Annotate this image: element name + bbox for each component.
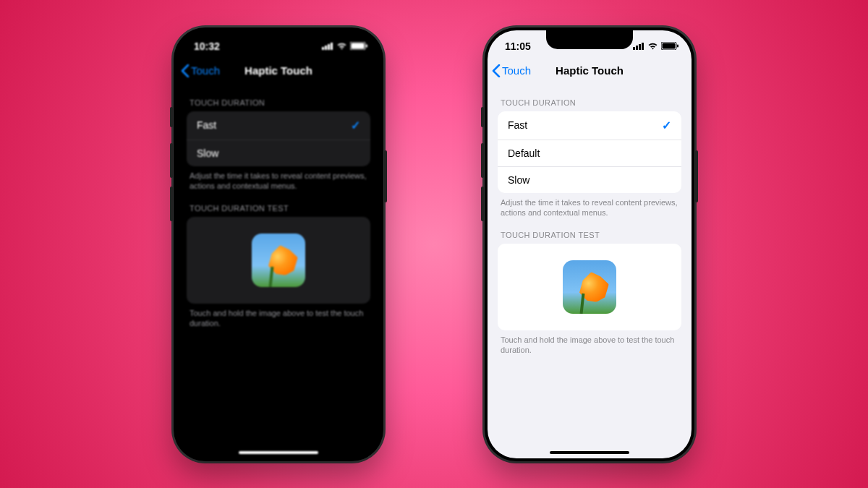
svg-rect-1	[325, 46, 327, 50]
page-title: Haptic Touch	[488, 64, 692, 77]
test-image-flower[interactable]	[252, 234, 305, 287]
svg-rect-9	[639, 44, 641, 50]
battery-icon	[661, 42, 678, 50]
option-label: Slow	[197, 147, 218, 159]
phone-right: 11:05 To	[485, 27, 694, 461]
test-image-flower[interactable]	[563, 260, 616, 314]
svg-rect-12	[663, 43, 676, 49]
option-slow[interactable]: Slow	[187, 140, 370, 166]
option-label: Fast	[197, 119, 216, 131]
wifi-icon	[647, 42, 658, 50]
section-header-duration: TOUCH DURATION	[498, 85, 681, 111]
status-time: 11:05	[505, 40, 531, 52]
option-slow[interactable]: Slow	[498, 166, 681, 193]
screen-right: 11:05 To	[488, 30, 692, 458]
wifi-icon	[336, 42, 347, 50]
svg-rect-7	[633, 47, 635, 50]
status-bar: 10:32	[176, 30, 380, 56]
nav-bar: Touch Haptic Touch	[176, 56, 380, 85]
battery-icon	[350, 42, 367, 50]
cellular-icon	[322, 43, 333, 50]
page-title: Haptic Touch	[176, 64, 380, 77]
section-footer-test: Touch and hold the image above to test t…	[187, 304, 370, 329]
section-header-duration: TOUCH DURATION	[187, 85, 370, 111]
option-label: Fast	[508, 119, 527, 131]
checkmark-icon: ✓	[351, 119, 360, 132]
section-header-test: TOUCH DURATION TEST	[498, 218, 681, 244]
svg-rect-13	[677, 45, 678, 48]
svg-rect-5	[352, 43, 365, 49]
phone-left: 10:32 To	[174, 27, 383, 461]
section-footer-duration: Adjust the time it takes to reveal conte…	[498, 193, 681, 218]
section-header-test: TOUCH DURATION TEST	[187, 191, 370, 217]
duration-options-group: Fast ✓ Slow	[187, 111, 370, 166]
status-bar: 11:05	[488, 30, 692, 56]
option-default[interactable]: Default	[498, 140, 681, 166]
touch-test-area[interactable]	[187, 217, 370, 304]
status-time: 10:32	[194, 40, 220, 52]
svg-rect-3	[331, 43, 333, 50]
option-label: Default	[508, 147, 540, 159]
comparison-stage: 10:32 To	[0, 0, 868, 488]
svg-rect-6	[366, 45, 367, 48]
option-fast[interactable]: Fast ✓	[187, 111, 370, 140]
svg-rect-10	[642, 43, 644, 50]
option-fast[interactable]: Fast ✓	[498, 111, 681, 140]
svg-rect-8	[636, 46, 638, 50]
section-footer-test: Touch and hold the image above to test t…	[498, 330, 681, 356]
svg-rect-0	[322, 47, 324, 50]
home-indicator[interactable]	[550, 451, 629, 454]
nav-bar: Touch Haptic Touch	[488, 56, 692, 85]
option-label: Slow	[508, 174, 529, 186]
touch-test-area[interactable]	[498, 244, 681, 330]
duration-options-group: Fast ✓ Default Slow	[498, 111, 681, 193]
section-footer-duration: Adjust the time it takes to reveal conte…	[187, 166, 370, 192]
home-indicator[interactable]	[239, 451, 318, 454]
svg-rect-2	[328, 44, 330, 50]
cellular-icon	[633, 43, 644, 50]
checkmark-icon: ✓	[662, 119, 671, 132]
screen-left: 10:32 To	[176, 30, 380, 458]
